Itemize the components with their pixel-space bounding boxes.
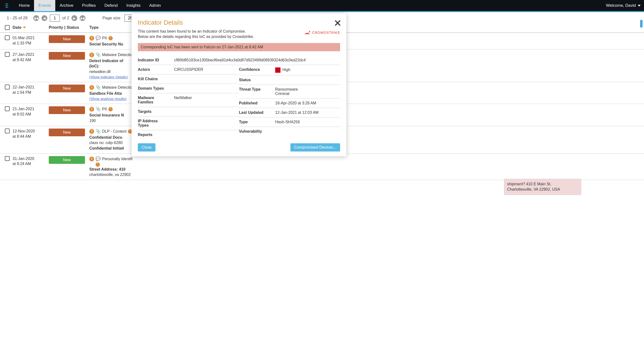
caret-down-icon [638,5,640,7]
nav-admin[interactable]: Admin [145,0,165,11]
row-indicator-id: Indicator ID cf80fd95183ce1305becf6ea91d… [138,56,340,65]
row-checkbox[interactable] [5,85,10,89]
row-published: Published 18-Apr-2020 at 3:28 AM [239,99,340,108]
status-badge[interactable]: New [49,106,85,114]
row-threat-type: Threat Type Ransomware Criminal [239,85,340,99]
date-cell: 21-Jan-2021at 8:02 AM [12,106,34,117]
warning-icon: ! [89,156,94,161]
row-checkbox[interactable] [5,106,10,111]
preview-snippet: shipment? 410 E Main St, Charlottesville… [504,179,581,180]
paperclip-icon: 📎 [96,106,101,112]
close-button[interactable]: Close [138,143,156,151]
row-vulnerability: Vulnerability [239,127,340,136]
warning-icon: ! [89,36,94,41]
row-title: Street Address: 410 [89,167,639,172]
nav-archive[interactable]: Archive [55,0,78,11]
row-targets: Targets [138,107,239,116]
date-cell: 22-Jan-2021at 1:54 PM [12,85,34,95]
row-checkbox[interactable] [5,128,10,133]
nav-defend[interactable]: Defend [100,0,122,11]
prev-page-button[interactable]: ◀ [42,15,47,21]
modal-title: Indicator Details [138,19,340,26]
row-reports: Reports [138,130,239,139]
nav-profiles[interactable]: Profiles [78,0,100,11]
warning-icon: ! [89,107,94,112]
top-nav: Home Events Archive Profiles Defend Insi… [0,0,644,12]
row-ip-types: IP Address Types [138,116,239,130]
app-logo-icon [4,2,10,9]
row-checkbox[interactable] [5,52,10,57]
indicator-details-modal: ✕ Indicator Details CROWDSTRIKE This con… [132,14,346,156]
row-checkbox[interactable] [5,156,10,161]
next-page-button[interactable]: ▶ [72,15,77,21]
type-label: PII [102,107,107,112]
col-priority-header[interactable]: Priority | Status [49,25,89,30]
type-label: DLP - Content [102,129,126,134]
nav-events[interactable]: Events [34,0,55,11]
indicator-id-value: cf80fd95183ce1305becf6ea91d4ccfa0d87d923… [174,58,306,62]
crowdstrike-logo: CROWDSTRIKE [304,30,340,35]
status-badge[interactable]: New [49,85,85,92]
status-badge[interactable]: New [49,156,85,164]
nav-home[interactable]: Home [14,0,34,11]
date-cell: 01-Mar-2021at 1:33 PM [12,35,35,46]
falcon-sent-banner: Corresponding IoC has been sent to Falco… [138,43,340,51]
page-size-label: Page size [102,16,120,21]
chat-icon: 💬 [96,35,101,41]
row-domain-types: Domain Types [138,84,239,93]
warning-icon: ! [89,52,94,57]
type-label: Malware Detectio [102,85,132,90]
type-label: Malware Detectio [102,52,132,58]
status-badge[interactable]: New [49,35,85,43]
chevron-up-icon[interactable]: ⌃ [96,162,100,167]
col-date-header[interactable]: Date [12,25,49,30]
row-kill-chains: Kill Chains [138,74,239,84]
row-subtext: charlottesville, va 22902 [89,172,639,177]
close-icon[interactable]: ✕ [334,18,342,29]
nav-items: Home Events Archive Profiles Defend Insi… [14,0,165,11]
paperclip-icon: 📎 [96,52,101,58]
welcome-text: Welcome, David [606,3,636,8]
right-edge-button[interactable] [640,20,642,28]
status-badge[interactable]: New [49,128,85,136]
warning-icon: ! [89,85,94,90]
first-page-button[interactable]: ▮◀ [33,15,39,21]
row-status: Status [239,75,340,85]
warning-icon: ! [89,129,94,134]
paperclip-icon: 📎 [96,85,101,90]
table-row[interactable]: 31-Jan-2020at 8:24 AMNew!💬Personally Ide… [0,154,644,180]
chevron-up-icon[interactable]: ⌃ [108,36,113,40]
status-badge[interactable]: New [49,52,85,60]
date-cell: 12-Nov-2020at 8:44 AM [12,128,35,139]
compromised-devices-button[interactable]: Compromised Devices... [290,143,340,151]
type-label: Personally Identifi [102,156,132,162]
sort-desc-icon [23,27,26,29]
row-malware-families: Mailware Families NetWalker [138,93,239,107]
row-confidence: Confidence High [239,65,340,75]
paperclip-icon: 📎 [96,128,101,134]
user-menu[interactable]: Welcome, David [606,3,640,8]
row-actors: Actors CIRCUSSPIDER [138,65,239,74]
svg-point-0 [6,5,8,6]
type-label: PII [102,36,107,41]
confidence-swatch-icon [275,67,280,73]
chat-icon: 💬 [96,156,101,162]
date-cell: 31-Jan-2020at 8:24 AM [12,156,34,166]
row-last-updated: Last Updated 12-Jan-2021 at 12:03 AM [239,108,340,117]
row-type: Type Hash-SHA256 [239,117,340,127]
date-cell: 27-Jan-2021at 8:42 AM [12,52,34,62]
select-all-checkbox[interactable] [5,25,10,30]
of-pages-text: of 2 [62,16,69,21]
chevron-up-icon[interactable]: ⌃ [108,107,113,111]
range-text: 1 - 25 of 29 [7,16,28,21]
last-page-button[interactable]: ▶▮ [80,15,86,21]
page-input[interactable] [50,15,60,22]
row-checkbox[interactable] [5,35,10,40]
nav-insights[interactable]: Insights [122,0,145,11]
